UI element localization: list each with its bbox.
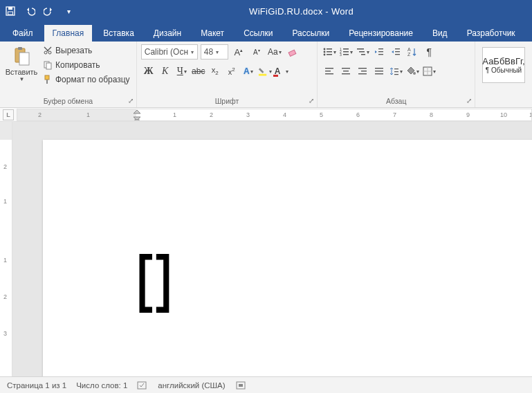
redo-icon[interactable] [43,5,55,17]
document-text: [] [131,248,170,318]
status-bar: Страница 1 из 1 Число слов: 1 английский… [0,376,532,393]
svg-rect-30 [378,51,383,52]
svg-rect-28 [361,54,365,55]
copy-icon [43,60,53,70]
subscript-button[interactable]: x2 [208,64,223,79]
indent-marker-icon[interactable] [132,109,142,121]
borders-icon [422,66,432,77]
cut-label: Вырезать [55,46,92,55]
svg-rect-51 [394,74,398,75]
bullets-button[interactable]: ▾ [322,44,337,60]
shading-button[interactable]: ▾ [405,64,420,79]
scissors-icon [43,46,53,55]
strikethrough-button[interactable]: abc [191,64,206,79]
tab-selector[interactable]: L [3,109,14,120]
eraser-icon [287,46,298,57]
shrink-font-button[interactable]: A▾ [249,44,264,60]
font-name-combo[interactable]: Calibri (Осн▾ [141,44,198,60]
grow-font-button[interactable]: A▴ [231,44,246,60]
line-spacing-button[interactable]: ▾ [388,64,403,79]
paste-button[interactable]: Вставить ▼ [4,44,39,82]
page-viewport[interactable] [12,122,532,376]
align-center-button[interactable] [338,64,354,79]
dialog-launcher-icon[interactable]: ⤢ [309,97,314,104]
tab-insert[interactable]: Вставка [95,25,143,42]
svg-rect-23 [343,51,349,53]
svg-rect-45 [358,73,367,74]
align-right-icon [357,66,368,77]
svg-rect-27 [359,51,365,53]
svg-text:3: 3 [340,53,342,57]
undo-icon[interactable] [24,5,36,17]
tab-references[interactable]: Ссылки [235,25,281,42]
tab-home[interactable]: Главная [44,25,93,42]
line-spacing-icon [389,66,399,77]
group-clipboard: Вставить ▼ Вырезать Копировать Формат по… [0,42,137,107]
multilevel-list-button[interactable]: ▾ [355,44,370,60]
sort-button[interactable]: AZ [405,44,420,60]
svg-rect-13 [273,75,277,77]
ribbon: Вставить ▼ Вырезать Копировать Формат по… [0,42,532,108]
format-painter-button[interactable]: Формат по образцу [43,73,130,86]
save-icon[interactable] [4,5,17,17]
status-proofing-icon[interactable] [137,381,148,390]
status-language[interactable]: английский (США) [158,381,225,390]
borders-button[interactable]: ▾ [421,64,437,79]
status-page[interactable]: Страница 1 из 1 [7,381,66,390]
tab-review[interactable]: Рецензирование [340,25,421,42]
tab-layout[interactable]: Макет [192,25,232,42]
highlight-button[interactable]: ▾ [257,64,273,79]
vertical-ruler[interactable]: 2 1 1 2 3 [0,122,12,376]
underline-button[interactable]: Ч▾ [174,64,190,79]
tab-view[interactable]: Вид [424,25,456,42]
chevron-down-icon[interactable]: ▼ [19,76,25,82]
font-color-button[interactable]: A▾ [274,64,289,79]
bold-button[interactable]: Ж [141,64,156,79]
svg-point-6 [44,51,47,54]
status-macro-icon[interactable] [235,381,246,390]
change-case-button[interactable]: Aa▾ [267,44,282,60]
align-justify-button[interactable] [372,64,387,79]
multilevel-icon [356,46,366,57]
tab-mailings[interactable]: Рассылки [284,25,338,42]
customize-qat-icon[interactable]: ▾ [62,5,75,17]
numbering-button[interactable]: 123▾ [338,44,354,60]
tab-developer[interactable]: Разработчик [459,25,524,42]
svg-rect-48 [375,73,383,74]
svg-rect-19 [327,54,332,55]
superscript-button[interactable]: x2 [224,64,239,79]
style-normal[interactable]: АаБбВвГг, ¶ Обычный [482,47,525,83]
italic-button[interactable]: К [158,64,173,79]
svg-rect-34 [395,54,400,55]
increase-indent-button[interactable] [388,44,403,60]
clear-formatting-button[interactable] [285,44,300,60]
svg-rect-38 [325,71,331,71]
svg-rect-1 [8,7,12,10]
svg-rect-43 [358,68,367,68]
svg-point-16 [324,51,326,53]
svg-rect-15 [327,48,332,50]
align-right-button[interactable] [355,64,370,79]
copy-label: Копировать [55,60,100,70]
dialog-launcher-icon[interactable]: ⤢ [466,97,472,104]
status-words[interactable]: Число слов: 1 [76,381,127,390]
tab-design[interactable]: Дизайн [145,25,190,42]
svg-point-14 [324,48,326,51]
outdent-icon [374,46,385,57]
decrease-indent-button[interactable] [372,44,387,60]
dialog-launcher-icon[interactable]: ⤢ [128,97,134,104]
align-left-button[interactable] [322,64,337,79]
svg-text:A: A [407,47,411,52]
font-size-combo[interactable]: 48▾ [201,44,228,60]
show-marks-button[interactable]: ¶ [421,44,437,60]
svg-rect-2 [8,12,13,15]
tab-file[interactable]: Файл [4,25,42,42]
cut-button[interactable]: Вырезать [43,44,130,57]
style-name: ¶ Обычный [486,66,522,74]
document-page[interactable] [43,140,532,376]
horizontal-ruler[interactable]: 2 1 1 2 3 4 5 6 7 8 9 10 11 [17,109,532,121]
copy-button[interactable]: Копировать [43,59,130,71]
svg-rect-31 [378,54,383,55]
text-effects-button[interactable]: A▾ [241,64,256,79]
svg-point-52 [413,72,416,75]
